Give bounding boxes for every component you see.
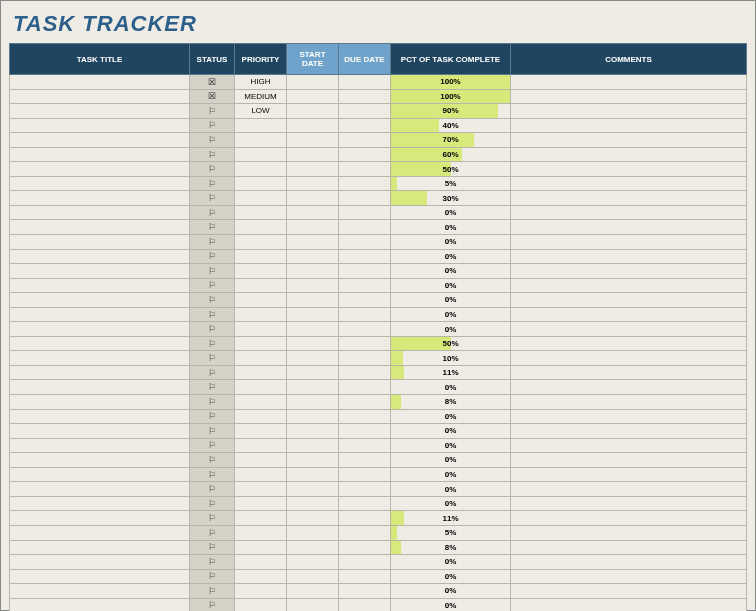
cell-pct-complete[interactable]: 0% <box>391 322 511 337</box>
cell-due-date[interactable] <box>339 118 391 133</box>
cell-task-title[interactable] <box>10 89 190 104</box>
cell-pct-complete[interactable]: 0% <box>391 482 511 497</box>
cell-due-date[interactable] <box>339 162 391 177</box>
cell-task-title[interactable] <box>10 540 190 555</box>
flag-icon[interactable]: ⚐ <box>190 162 235 177</box>
cell-priority[interactable] <box>235 555 287 570</box>
cell-start-date[interactable] <box>287 380 339 395</box>
cell-task-title[interactable] <box>10 118 190 133</box>
cell-task-title[interactable] <box>10 569 190 584</box>
cell-task-title[interactable] <box>10 555 190 570</box>
cell-priority[interactable] <box>235 598 287 611</box>
cell-pct-complete[interactable]: 8% <box>391 540 511 555</box>
cell-due-date[interactable] <box>339 584 391 599</box>
cell-due-date[interactable] <box>339 264 391 279</box>
flag-icon[interactable]: ⚐ <box>190 540 235 555</box>
cell-priority[interactable] <box>235 409 287 424</box>
cell-start-date[interactable] <box>287 351 339 366</box>
cell-priority[interactable] <box>235 569 287 584</box>
cell-comments[interactable] <box>511 482 747 497</box>
cell-pct-complete[interactable]: 0% <box>391 264 511 279</box>
cell-task-title[interactable] <box>10 220 190 235</box>
cell-due-date[interactable] <box>339 249 391 264</box>
flag-icon[interactable]: ⚐ <box>190 511 235 526</box>
col-pct-complete[interactable]: PCT OF TASK COMPLETE <box>391 44 511 75</box>
cell-priority[interactable] <box>235 264 287 279</box>
table-row[interactable]: ⚐0% <box>10 598 747 611</box>
col-start-date[interactable]: START DATE <box>287 44 339 75</box>
table-row[interactable]: ⚐0% <box>10 453 747 468</box>
flag-icon[interactable]: ⚐ <box>190 264 235 279</box>
cell-due-date[interactable] <box>339 438 391 453</box>
flag-icon[interactable]: ⚐ <box>190 205 235 220</box>
cell-priority[interactable] <box>235 322 287 337</box>
col-status[interactable]: STATUS <box>190 44 235 75</box>
cell-start-date[interactable] <box>287 453 339 468</box>
flag-icon[interactable]: ⚐ <box>190 482 235 497</box>
checkbox-checked-icon[interactable]: ☒ <box>190 75 235 90</box>
cell-task-title[interactable] <box>10 496 190 511</box>
cell-task-title[interactable] <box>10 598 190 611</box>
cell-comments[interactable] <box>511 191 747 206</box>
flag-icon[interactable]: ⚐ <box>190 584 235 599</box>
cell-priority[interactable] <box>235 453 287 468</box>
table-row[interactable]: ⚐0% <box>10 322 747 337</box>
cell-comments[interactable] <box>511 293 747 308</box>
cell-due-date[interactable] <box>339 555 391 570</box>
cell-task-title[interactable] <box>10 453 190 468</box>
cell-due-date[interactable] <box>339 453 391 468</box>
cell-due-date[interactable] <box>339 205 391 220</box>
table-row[interactable]: ⚐0% <box>10 569 747 584</box>
cell-due-date[interactable] <box>339 322 391 337</box>
cell-start-date[interactable] <box>287 525 339 540</box>
table-row[interactable]: ⚐5% <box>10 176 747 191</box>
cell-priority[interactable] <box>235 249 287 264</box>
flag-icon[interactable]: ⚐ <box>190 467 235 482</box>
flag-icon[interactable]: ⚐ <box>190 496 235 511</box>
cell-comments[interactable] <box>511 467 747 482</box>
cell-due-date[interactable] <box>339 598 391 611</box>
cell-task-title[interactable] <box>10 365 190 380</box>
cell-pct-complete[interactable]: 0% <box>391 220 511 235</box>
cell-pct-complete[interactable]: 0% <box>391 293 511 308</box>
cell-pct-complete[interactable]: 5% <box>391 176 511 191</box>
cell-due-date[interactable] <box>339 409 391 424</box>
cell-pct-complete[interactable]: 50% <box>391 162 511 177</box>
table-row[interactable]: ⚐8% <box>10 540 747 555</box>
cell-task-title[interactable] <box>10 511 190 526</box>
cell-due-date[interactable] <box>339 482 391 497</box>
cell-pct-complete[interactable]: 0% <box>391 453 511 468</box>
cell-task-title[interactable] <box>10 482 190 497</box>
cell-pct-complete[interactable]: 100% <box>391 75 511 90</box>
cell-pct-complete[interactable]: 0% <box>391 438 511 453</box>
cell-pct-complete[interactable]: 0% <box>391 307 511 322</box>
cell-comments[interactable] <box>511 424 747 439</box>
cell-start-date[interactable] <box>287 162 339 177</box>
table-row[interactable]: ⚐0% <box>10 467 747 482</box>
flag-icon[interactable]: ⚐ <box>190 118 235 133</box>
cell-comments[interactable] <box>511 235 747 250</box>
cell-priority[interactable] <box>235 147 287 162</box>
cell-start-date[interactable] <box>287 467 339 482</box>
cell-start-date[interactable] <box>287 220 339 235</box>
cell-due-date[interactable] <box>339 278 391 293</box>
cell-priority[interactable] <box>235 307 287 322</box>
cell-comments[interactable] <box>511 336 747 351</box>
cell-pct-complete[interactable]: 60% <box>391 147 511 162</box>
cell-pct-complete[interactable]: 0% <box>391 380 511 395</box>
table-row[interactable]: ⚐0% <box>10 220 747 235</box>
table-row[interactable]: ⚐50% <box>10 336 747 351</box>
cell-pct-complete[interactable]: 0% <box>391 598 511 611</box>
cell-due-date[interactable] <box>339 133 391 148</box>
cell-start-date[interactable] <box>287 540 339 555</box>
cell-comments[interactable] <box>511 496 747 511</box>
flag-icon[interactable]: ⚐ <box>190 133 235 148</box>
flag-icon[interactable]: ⚐ <box>190 380 235 395</box>
cell-priority[interactable] <box>235 496 287 511</box>
flag-icon[interactable]: ⚐ <box>190 191 235 206</box>
cell-comments[interactable] <box>511 395 747 410</box>
cell-due-date[interactable] <box>339 365 391 380</box>
cell-start-date[interactable] <box>287 438 339 453</box>
table-row[interactable]: ⚐LOW90% <box>10 104 747 119</box>
cell-comments[interactable] <box>511 365 747 380</box>
